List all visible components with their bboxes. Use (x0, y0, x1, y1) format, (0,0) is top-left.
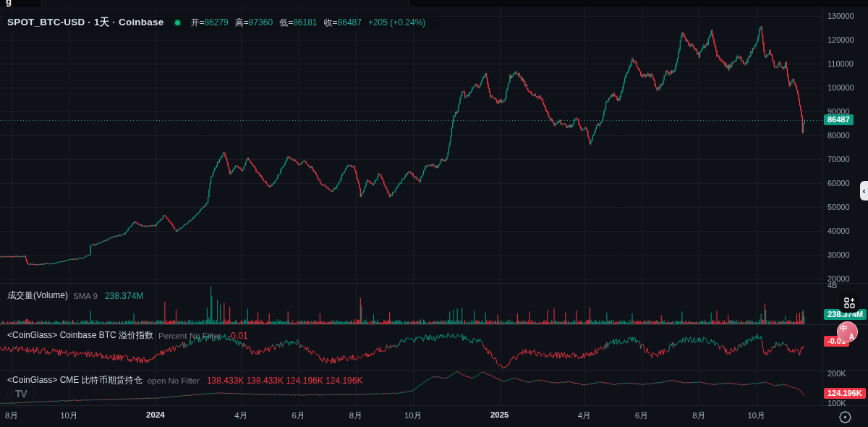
time-axis-label: 8月 (349, 410, 362, 421)
last-price-badge: 86487 (824, 114, 854, 125)
translate-icon[interactable]: 中 A (837, 321, 858, 342)
volume-legend[interactable]: 成交量(Volume) SMA 9 238.374M (7, 289, 143, 302)
volume-value: 238.374M (105, 291, 143, 301)
time-axis-label: 10月 (404, 410, 422, 421)
trading-chart-app: SPOT_BTC-USD · 1天 · Coinbase 开=86279 高=8… (0, 0, 868, 427)
top-strip: g (0, 0, 868, 7)
market-status-icon (175, 20, 180, 25)
cme-values: 138.433K 138.433K 124.196K 124.196K (207, 376, 363, 386)
browser-logo-partial: g (6, 0, 12, 7)
price-scale-collapse-button[interactable]: ‹ (860, 181, 868, 200)
time-axis-label: 8月 (692, 410, 705, 421)
premium-params: Percent No Filter (158, 331, 221, 340)
cme-badge: 124.196K (824, 388, 866, 399)
widget-grid-add-icon[interactable] (839, 292, 859, 313)
cme-params: open No Filter (148, 376, 200, 385)
time-axis-label: 2025 (490, 410, 509, 419)
ohlc-open: 开=86279 (190, 17, 228, 29)
price-axis-label: 100000 (827, 83, 854, 92)
price-axis-label: 30000 (827, 250, 850, 259)
chart-canvas[interactable] (0, 0, 868, 427)
volume-params: SMA 9 (73, 292, 98, 300)
price-axis-label: 110000 (827, 59, 854, 68)
change-value: +205 (+0.24%) (368, 17, 425, 28)
chart-settings-icon[interactable] (838, 410, 852, 424)
cme-axis-label-200k: 200K (827, 369, 846, 378)
time-axis-label: 4月 (578, 410, 591, 421)
price-axis-label: 130000 (827, 12, 854, 20)
ohlc-close: 收=86487 (324, 17, 362, 29)
price-axis-label: 120000 (827, 35, 854, 44)
time-axis-label: 8月 (5, 410, 18, 421)
price-axis-label: 70000 (827, 155, 850, 164)
time-axis-label: 2024 (146, 410, 165, 419)
translate-en-glyph: A (849, 333, 854, 341)
premium-title[interactable]: <CoinGlass> Coinbase BTC 溢价指数 (7, 329, 153, 342)
volume-title[interactable]: 成交量(Volume) (7, 289, 68, 302)
ohlc-low: 低=86181 (279, 17, 317, 29)
premium-value: -0.01 (228, 331, 247, 341)
price-axis-label: 50000 (827, 203, 850, 211)
volume-axis-max-label: 4B (827, 281, 837, 289)
time-axis-label: 10月 (60, 410, 77, 421)
price-axis-label: 80000 (827, 131, 850, 140)
price-axis-label: 40000 (827, 227, 850, 235)
time-axis-label: 4月 (234, 410, 247, 421)
time-axis-label: 10月 (747, 410, 765, 421)
time-axis-label: 6月 (635, 410, 648, 421)
browser-tab-remnant (41, 0, 410, 7)
cme-axis-label-100k: 100K (827, 399, 846, 407)
time-axis-label: 6月 (292, 410, 305, 421)
ohlc-high: 高=87360 (235, 17, 273, 29)
translate-zh-glyph: 中 (841, 324, 848, 334)
symbol-title[interactable]: SPOT_BTC-USD · 1天 · Coinbase (7, 16, 163, 29)
tradingview-logo[interactable]: TV (7, 380, 35, 407)
price-axis-label: 60000 (827, 179, 850, 187)
cme-legend[interactable]: <CoinGlass> CME 比特币期货持仓 open No Filter 1… (7, 374, 362, 386)
premium-legend[interactable]: <CoinGlass> Coinbase BTC 溢价指数 Percent No… (7, 329, 248, 342)
symbol-legend[interactable]: SPOT_BTC-USD · 1天 · Coinbase 开=86279 高=8… (7, 16, 425, 29)
grid-plus-icon (844, 297, 855, 308)
gear-glyph (838, 410, 852, 424)
